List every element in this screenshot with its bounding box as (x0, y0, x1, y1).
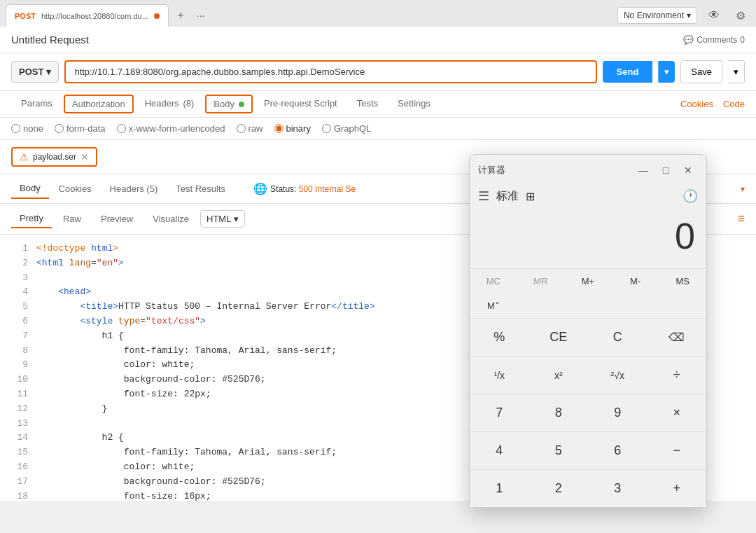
calc-sqrt-button[interactable]: ²√x (588, 356, 648, 394)
calc-minimize-button[interactable]: — (634, 160, 653, 180)
calc-multiply-button[interactable]: × (648, 394, 707, 431)
format-tab-pretty[interactable]: Pretty (11, 209, 52, 228)
calc-reciprocal-button[interactable]: ¹/x (470, 356, 529, 394)
line-number: 1 (11, 242, 28, 256)
calc-3-button[interactable]: 3 (588, 469, 648, 501)
calc-9-button[interactable]: 9 (588, 394, 648, 431)
method-chevron-icon: ▾ (46, 67, 51, 77)
line-number: 2 (11, 256, 28, 271)
tab-headers[interactable]: Headers (8) (135, 91, 204, 117)
active-tab[interactable]: POST http://localhost:20880/com.du... (6, 4, 169, 27)
remove-file-button[interactable]: ✕ (80, 151, 89, 162)
calc-close-button[interactable]: ✕ (678, 160, 698, 180)
tab-settings[interactable]: Settings (388, 91, 440, 117)
code-link[interactable]: Code (723, 99, 745, 109)
format-type-select[interactable]: HTML ▾ (200, 210, 245, 228)
calc-subtract-button[interactable]: − (648, 431, 707, 469)
body-type-none[interactable]: none (11, 123, 43, 134)
method-select[interactable]: POST ▾ (11, 61, 59, 83)
body-type-urlencoded[interactable]: x-www-form-urlencoded (117, 123, 225, 134)
calc-divide-button[interactable]: ÷ (648, 356, 707, 394)
more-tabs-button[interactable]: ··· (192, 8, 209, 22)
globe-icon-area: 🌐 Status: 500 Internal Se (253, 182, 356, 195)
calc-ms-button[interactable]: MS (659, 269, 706, 293)
tab-pre-request-script[interactable]: Pre-request Script (254, 91, 347, 117)
response-right: ▾ (741, 184, 745, 194)
calc-menu-icon[interactable]: ☰ (478, 188, 489, 204)
calc-ce-button[interactable]: CE (529, 318, 589, 356)
calc-8-button[interactable]: 8 (529, 394, 589, 431)
calc-backspace-button[interactable]: ⌫ (648, 318, 707, 356)
calc-7-button[interactable]: 7 (470, 394, 529, 431)
url-bar: POST ▾ Send ▾ Save ▾ (0, 53, 756, 91)
save-button[interactable]: Save (680, 60, 722, 83)
line-number: 18 (11, 490, 28, 501)
response-action-link[interactable]: ▾ (741, 184, 745, 194)
send-dropdown-button[interactable]: ▾ (658, 61, 675, 83)
add-tab-button[interactable]: + (172, 6, 190, 25)
body-type-raw[interactable]: raw (237, 123, 263, 134)
calc-grid: % CE C ⌫ ¹/x x² ²√x ÷ 7 8 9 × 4 5 6 − 1 … (470, 318, 706, 501)
calc-percent-button[interactable]: % (470, 318, 529, 356)
line-number: 6 (11, 314, 28, 329)
line-number: 14 (11, 431, 28, 445)
save-dropdown-button[interactable]: ▾ (728, 60, 745, 83)
tab-tests[interactable]: Tests (347, 91, 388, 117)
line-number: 7 (11, 329, 28, 344)
line-number: 11 (11, 387, 28, 402)
line-number: 8 (11, 344, 28, 359)
calc-title: 计算器 (478, 164, 505, 176)
calc-mc-button[interactable]: MC (470, 269, 517, 293)
eye-icon[interactable]: 👁 (704, 6, 724, 25)
calc-1-button[interactable]: 1 (470, 469, 529, 501)
calc-mlist-button[interactable]: M˅ (470, 293, 517, 318)
resp-tab-body[interactable]: Body (11, 179, 49, 199)
body-type-graphql[interactable]: GraphQL (322, 123, 371, 134)
send-button[interactable]: Send (603, 61, 653, 83)
comments-label: Comments (696, 35, 737, 45)
settings-icon[interactable]: ⚙ (731, 6, 750, 25)
calc-4-button[interactable]: 4 (470, 431, 529, 469)
calc-2-button[interactable]: 2 (529, 469, 589, 501)
calc-add-button[interactable]: + (648, 469, 707, 501)
body-type-form-data[interactable]: form-data (55, 123, 106, 134)
method-label: POST (19, 67, 43, 77)
calc-square-button[interactable]: x² (529, 356, 589, 394)
calc-mplus-button[interactable]: M+ (564, 269, 612, 293)
calc-history-icon[interactable]: 🕐 (682, 188, 698, 204)
status-value: 500 Internal Se (299, 184, 356, 194)
calc-mode-icon[interactable]: ⊞ (526, 190, 535, 203)
comment-icon: 💬 (683, 35, 694, 45)
calc-mr-button[interactable]: MR (517, 269, 565, 293)
resp-tab-test-results[interactable]: Test Results (167, 179, 234, 198)
format-type-label: HTML (206, 214, 231, 224)
body-type-binary[interactable]: binary (274, 123, 311, 134)
comments-button[interactable]: 💬 Comments 0 (683, 35, 745, 45)
calc-mminus-button[interactable]: M- (612, 269, 659, 293)
line-number: 16 (11, 460, 28, 475)
calc-5-button[interactable]: 5 (529, 431, 589, 469)
tab-authorization[interactable]: Authorization (64, 95, 134, 113)
resp-tab-cookies[interactable]: Cookies (50, 179, 100, 198)
wrap-lines-icon[interactable]: ≡ (737, 212, 745, 226)
tab-body[interactable]: Body (205, 95, 253, 113)
line-number: 15 (11, 445, 28, 460)
calc-maximize-button[interactable]: □ (656, 160, 676, 180)
cookies-link[interactable]: Cookies (680, 99, 713, 109)
line-number: 4 (11, 285, 28, 300)
line-number: 12 (11, 402, 28, 417)
status-text: Status: 500 Internal Se (270, 184, 356, 194)
format-tab-raw[interactable]: Raw (55, 210, 90, 228)
calc-6-button[interactable]: 6 (588, 431, 648, 469)
calc-display: 0 (470, 209, 706, 268)
warning-icon: ⚠ (20, 151, 29, 162)
format-tab-preview[interactable]: Preview (92, 210, 141, 228)
format-tab-visualize[interactable]: Visualize (144, 210, 197, 228)
resp-tab-headers[interactable]: Headers (5) (102, 179, 167, 198)
environment-select[interactable]: No Environment ▾ (617, 7, 697, 24)
url-input[interactable] (74, 67, 587, 77)
chevron-down-icon: ▾ (687, 11, 691, 20)
tab-params[interactable]: Params (11, 91, 62, 117)
calc-c-button[interactable]: C (588, 318, 648, 356)
calc-toolbar: ☰ 标准 ⊞ 🕐 (470, 186, 706, 209)
